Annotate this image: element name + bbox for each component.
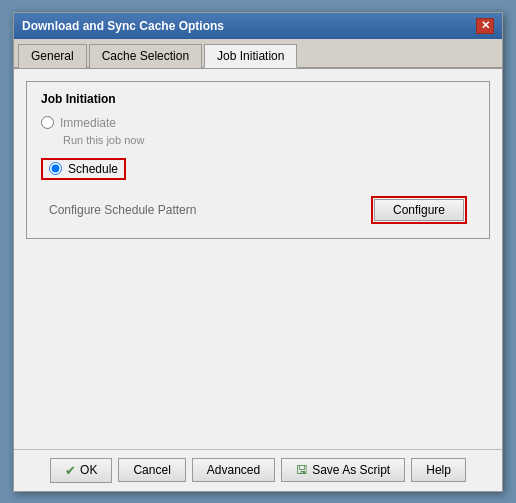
footer-bar: ✔ OK Cancel Advanced 🖫 Save As Script He…: [14, 449, 502, 491]
tab-job-initiation[interactable]: Job Initiation: [204, 44, 297, 68]
close-button[interactable]: ✕: [476, 18, 494, 34]
dialog-title: Download and Sync Cache Options: [22, 19, 224, 33]
ok-label: OK: [80, 463, 97, 477]
advanced-label: Advanced: [207, 463, 260, 477]
help-label: Help: [426, 463, 451, 477]
schedule-radio[interactable]: [49, 162, 62, 175]
ok-button[interactable]: ✔ OK: [50, 458, 112, 483]
save-as-script-button[interactable]: 🖫 Save As Script: [281, 458, 405, 482]
job-initiation-section: Job Initiation Immediate Run this job no…: [26, 81, 490, 239]
schedule-option-highlighted: Schedule: [41, 158, 126, 180]
cancel-label: Cancel: [133, 463, 170, 477]
tab-cache-selection[interactable]: Cache Selection: [89, 44, 202, 68]
configure-btn-highlight: Configure: [371, 196, 467, 224]
help-button[interactable]: Help: [411, 458, 466, 482]
section-title: Job Initiation: [41, 92, 475, 106]
configure-row: Configure Schedule Pattern Configure: [41, 192, 475, 228]
script-icon: 🖫: [296, 463, 308, 477]
tab-content: Job Initiation Immediate Run this job no…: [14, 69, 502, 449]
configure-button[interactable]: Configure: [374, 199, 464, 221]
dialog-window: Download and Sync Cache Options ✕ Genera…: [13, 12, 503, 492]
immediate-radio-row: Immediate: [41, 116, 475, 130]
ok-icon: ✔: [65, 463, 76, 478]
immediate-radio[interactable]: [41, 116, 54, 129]
immediate-group: Immediate Run this job now: [41, 116, 475, 146]
schedule-label: Schedule: [68, 162, 118, 176]
tab-bar: General Cache Selection Job Initiation: [14, 39, 502, 69]
title-bar: Download and Sync Cache Options ✕: [14, 13, 502, 39]
run-now-label: Run this job now: [63, 134, 475, 146]
immediate-label: Immediate: [60, 116, 116, 130]
advanced-button[interactable]: Advanced: [192, 458, 275, 482]
save-as-script-label: Save As Script: [312, 463, 390, 477]
configure-pattern-label: Configure Schedule Pattern: [49, 203, 196, 217]
tab-general[interactable]: General: [18, 44, 87, 68]
cancel-button[interactable]: Cancel: [118, 458, 185, 482]
